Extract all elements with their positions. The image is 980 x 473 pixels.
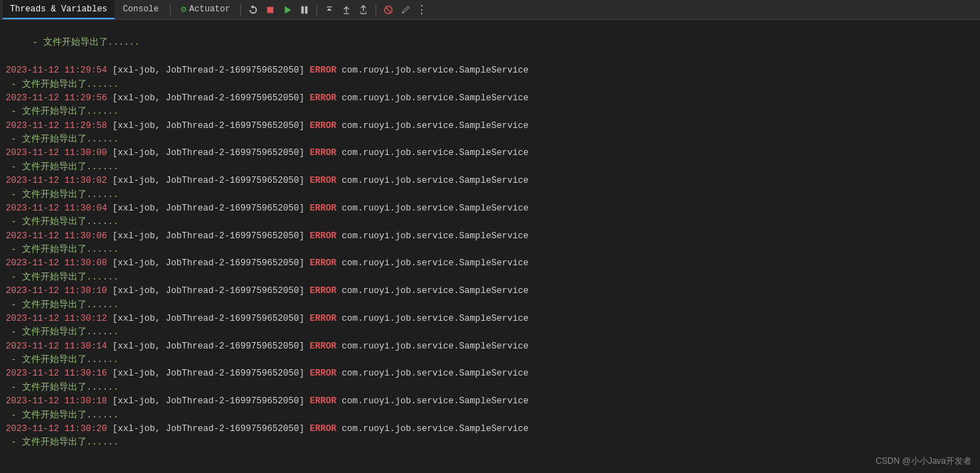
clear-icon: [383, 5, 393, 15]
log-message: - 文件开始导出了......: [6, 162, 119, 172]
log-class: com.ruoyi.job.service.SampleService: [342, 93, 529, 103]
step-down-icon: [324, 5, 334, 15]
svg-line-7: [385, 7, 390, 12]
console-area: - 文件开始导出了...... 2023-11-12 11:29:54 [xxl…: [0, 20, 980, 473]
rerun-icon: [248, 5, 258, 15]
log-message: - 文件开始导出了......: [6, 272, 119, 282]
log-level: ERROR: [310, 286, 342, 296]
log-message: - 文件开始导出了......: [6, 437, 119, 447]
log-date: 2023-11-12 11:30:16: [6, 368, 112, 378]
log-class: com.ruoyi.job.service.SampleService: [342, 286, 529, 296]
log-line: 2023-11-12 11:30:18 [xxl-job, JobThread-…: [6, 395, 974, 408]
log-date: 2023-11-12 11:30:08: [6, 258, 112, 268]
pause-icon: [299, 5, 309, 15]
log-date: 2023-11-12 11:30:04: [6, 203, 112, 213]
stop-icon: [265, 5, 275, 15]
resume-button[interactable]: [279, 2, 295, 18]
log-level: ERROR: [310, 93, 342, 103]
log-thread: [xxl-job, JobThread-2-1699759652050]: [112, 231, 310, 241]
log-thread: [xxl-job, JobThread-2-1699759652050]: [112, 314, 310, 324]
log-date: 2023-11-12 11:30:06: [6, 231, 112, 241]
log-line: 2023-11-12 11:30:14 [xxl-job, JobThread-…: [6, 340, 974, 354]
console-label: Console: [123, 4, 159, 14]
log-class: com.ruoyi.job.service.SampleService: [342, 203, 529, 213]
log-thread: [xxl-job, JobThread-2-1699759652050]: [112, 368, 310, 378]
log-date: 2023-11-12 11:29:54: [6, 65, 112, 75]
log-line: 2023-11-12 11:30:08 [xxl-job, JobThread-…: [6, 257, 974, 270]
log-line: - 文件开始导出了......: [6, 23, 974, 64]
log-line: 2023-11-12 11:30:12 [xxl-job, JobThread-…: [6, 312, 974, 326]
log-class: com.ruoyi.job.service.SampleService: [342, 231, 529, 241]
log-thread: [xxl-job, JobThread-2-1699759652050]: [112, 396, 310, 406]
log-level: ERROR: [310, 258, 342, 268]
svg-rect-2: [301, 6, 304, 14]
log-message-line: - 文件开始导出了......: [6, 216, 974, 229]
log-message-line: - 文件开始导出了......: [6, 78, 974, 92]
log-message-line: - 文件开始导出了......: [6, 381, 974, 395]
step-up-button[interactable]: [339, 2, 354, 18]
stop-button[interactable]: [262, 2, 278, 18]
log-message-line: - 文件开始导出了......: [6, 105, 974, 119]
log-date: 2023-11-12 11:30:14: [6, 341, 112, 351]
log-thread: [xxl-job, JobThread-2-1699759652050]: [112, 424, 310, 434]
actuator-icon: ⚙: [181, 4, 186, 15]
svg-rect-3: [305, 6, 308, 14]
log-line: 2023-11-12 11:30:16 [xxl-job, JobThread-…: [6, 367, 974, 381]
log-class: com.ruoyi.job.service.SampleService: [342, 424, 529, 434]
edit-button[interactable]: [398, 2, 413, 18]
step-down-button[interactable]: [321, 2, 337, 18]
log-line: 2023-11-12 11:29:56 [xxl-job, JobThread-…: [6, 92, 974, 105]
log-thread: [xxl-job, JobThread-2-1699759652050]: [112, 341, 310, 351]
clear-button[interactable]: [380, 2, 396, 18]
divider-2: [240, 4, 241, 16]
divider-3: [316, 4, 317, 16]
watermark: CSDN @小小Java开发者: [875, 455, 971, 467]
log-class: com.ruoyi.job.service.SampleService: [342, 396, 529, 406]
toolbar: Threads & Variables Console ⚙ Actuator: [0, 0, 980, 20]
log-thread: [xxl-job, JobThread-2-1699759652050]: [112, 258, 310, 268]
log-message-line: - 文件开始导出了......: [6, 326, 974, 339]
log-message-line: - 文件开始导出了......: [6, 243, 974, 257]
log-message-line: - 文件开始导出了......: [6, 271, 974, 285]
log-message: - 文件开始导出了......: [6, 80, 119, 90]
log-level: ERROR: [310, 148, 342, 158]
log-thread: [xxl-job, JobThread-2-1699759652050]: [112, 65, 310, 75]
log-date: 2023-11-12 11:30:02: [6, 176, 112, 186]
actuator-label: Actuator: [189, 4, 230, 14]
log-line: 2023-11-12 11:30:00 [xxl-job, JobThread-…: [6, 147, 974, 160]
log-class: com.ruoyi.job.service.SampleService: [342, 314, 529, 324]
threads-variables-label: Threads & Variables: [10, 4, 107, 14]
log-message: - 文件开始导出了......: [6, 217, 119, 227]
log-message: - 文件开始导出了......: [6, 190, 119, 200]
log-thread: [xxl-job, JobThread-2-1699759652050]: [112, 203, 310, 213]
log-line: 2023-11-12 11:30:20 [xxl-job, JobThread-…: [6, 422, 974, 436]
log-message-line: - 文件开始导出了......: [6, 161, 974, 174]
log-message-line: - 文件开始导出了......: [6, 409, 974, 422]
tab-threads-variables[interactable]: Threads & Variables: [3, 0, 114, 19]
log-class: com.ruoyi.job.service.SampleService: [342, 368, 529, 378]
log-message-line: - 文件开始导出了......: [6, 133, 974, 147]
log-level: ERROR: [310, 396, 342, 406]
log-level: ERROR: [310, 121, 342, 131]
more-options-button[interactable]: ⋮: [415, 2, 430, 18]
log-level: ERROR: [310, 341, 342, 351]
log-date: 2023-11-12 11:29:58: [6, 121, 112, 131]
tab-actuator[interactable]: ⚙ Actuator: [175, 0, 235, 19]
more-options-icon: ⋮: [416, 3, 428, 17]
tab-console[interactable]: Console: [116, 0, 166, 19]
log-message-line: - 文件开始导出了......: [6, 354, 974, 367]
log-message: - 文件开始导出了......: [6, 327, 119, 337]
rerun-button[interactable]: [245, 2, 261, 18]
log-thread: [xxl-job, JobThread-2-1699759652050]: [112, 176, 310, 186]
log-message: - 文件开始导出了......: [6, 300, 119, 310]
log-level: ERROR: [310, 424, 342, 434]
log-level: ERROR: [310, 368, 342, 378]
log-date: 2023-11-12 11:30:20: [6, 424, 112, 434]
edit-icon: [400, 5, 410, 15]
log-message-line: - 文件开始导出了......: [6, 436, 974, 450]
step-out-button[interactable]: [356, 2, 371, 18]
log-date: 2023-11-12 11:30:00: [6, 148, 112, 158]
log-line: 2023-11-12 11:30:06 [xxl-job, JobThread-…: [6, 230, 974, 243]
pause-button[interactable]: [297, 2, 312, 18]
resume-icon: [282, 5, 292, 15]
